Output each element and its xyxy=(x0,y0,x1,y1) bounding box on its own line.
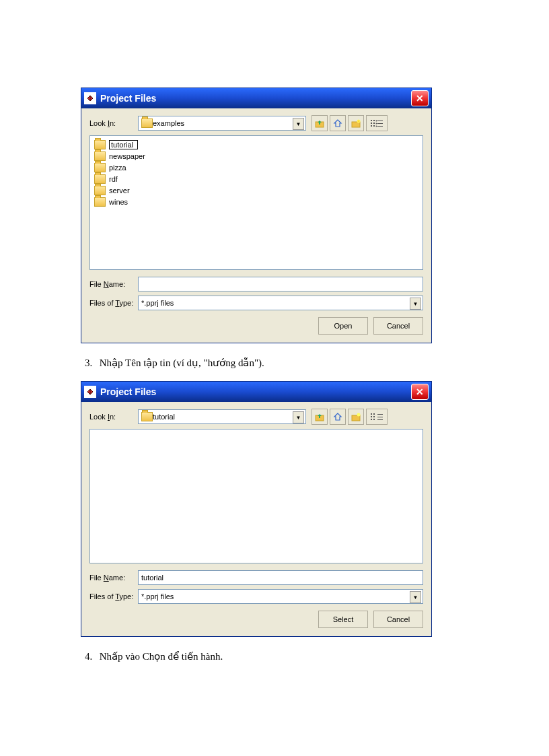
folder-icon xyxy=(94,174,106,184)
svg-rect-21 xyxy=(373,413,375,415)
home-button[interactable] xyxy=(330,115,346,131)
new-folder-button[interactable] xyxy=(348,409,364,425)
svg-rect-9 xyxy=(377,121,383,121)
svg-rect-25 xyxy=(377,417,383,417)
chevron-down-icon[interactable]: ▼ xyxy=(293,411,304,423)
instruction-step-3: 3. Nhập Tên tập tin (ví dụ, "hướng dẫn")… xyxy=(85,357,458,369)
lookin-label: Look In: xyxy=(89,413,138,421)
window-title: Project Files xyxy=(100,93,156,104)
filetype-label: Files of Type: xyxy=(89,299,138,307)
chevron-down-icon[interactable]: ▼ xyxy=(410,591,421,603)
filetype-label: Files of Type: xyxy=(89,592,138,600)
svg-rect-18 xyxy=(371,413,372,415)
list-item[interactable]: tutorial xyxy=(93,139,420,150)
svg-rect-8 xyxy=(373,125,375,127)
folder-icon xyxy=(94,163,106,172)
step-text: Nhập Tên tập tin (ví dụ, "hướng dẫn"). xyxy=(100,357,264,368)
filetype-combo[interactable]: *.pprj files ▼ xyxy=(138,296,423,310)
file-name: rdf xyxy=(109,175,118,183)
chevron-down-icon[interactable]: ▼ xyxy=(293,118,304,130)
folder-icon xyxy=(94,140,106,149)
svg-rect-19 xyxy=(371,416,372,417)
svg-rect-22 xyxy=(373,416,375,417)
step-number: 4. xyxy=(85,651,97,662)
filetype-value: *.pprj files xyxy=(141,299,174,307)
list-item[interactable]: rdf xyxy=(93,173,420,184)
app-icon xyxy=(84,92,96,104)
chevron-down-icon[interactable]: ▼ xyxy=(410,298,421,310)
filename-value: tutorial xyxy=(141,574,163,582)
instruction-step-4: 4. Nhấp vào Chọn để tiến hành. xyxy=(85,650,458,662)
step-number: 3. xyxy=(85,357,97,369)
step-text: Nhấp vào Chọn để tiến hành. xyxy=(100,651,223,662)
app-icon xyxy=(84,386,96,398)
lookin-value: examples xyxy=(153,119,184,127)
filetype-combo[interactable]: *.pprj files ▼ xyxy=(138,589,423,604)
close-icon[interactable]: ✕ xyxy=(411,90,429,106)
filename-label: File Name: xyxy=(89,280,138,288)
svg-point-12 xyxy=(376,121,377,122)
folder-icon xyxy=(94,151,106,161)
filename-input[interactable] xyxy=(138,277,423,291)
svg-rect-11 xyxy=(377,126,383,127)
svg-point-14 xyxy=(376,126,377,127)
up-folder-button[interactable] xyxy=(312,115,328,131)
select-button[interactable]: Select xyxy=(318,611,368,628)
list-item[interactable]: wines xyxy=(93,196,420,207)
list-item[interactable]: newspaper xyxy=(93,150,420,162)
filename-label: File Name: xyxy=(89,574,138,582)
lookin-combo[interactable]: examples ▼ xyxy=(138,116,306,131)
file-name: server xyxy=(109,186,130,195)
lookin-value: tutorial xyxy=(153,413,175,421)
lookin-combo[interactable]: tutorial ▼ xyxy=(138,409,306,424)
file-name: pizza xyxy=(109,164,126,172)
file-name: newspaper xyxy=(109,152,145,160)
svg-rect-7 xyxy=(373,123,375,124)
file-list[interactable] xyxy=(89,429,423,563)
svg-rect-5 xyxy=(371,125,372,127)
folder-icon xyxy=(141,412,153,421)
toolbar xyxy=(312,409,388,425)
home-button[interactable] xyxy=(330,409,346,425)
list-view-button[interactable] xyxy=(366,115,388,131)
svg-point-13 xyxy=(376,123,377,125)
list-item[interactable]: server xyxy=(93,184,420,196)
svg-rect-26 xyxy=(377,419,383,420)
new-folder-button[interactable] xyxy=(348,115,364,131)
file-name: wines xyxy=(109,198,128,206)
folder-icon xyxy=(141,118,153,128)
svg-rect-10 xyxy=(377,123,383,124)
filetype-value: *.pprj files xyxy=(141,592,174,600)
file-dialog-2: Project Files ✕ Look In: tutorial ▼ xyxy=(81,381,432,637)
lookin-label: Look In: xyxy=(89,119,138,127)
titlebar[interactable]: Project Files ✕ xyxy=(81,88,431,108)
folder-icon xyxy=(94,197,106,207)
titlebar[interactable]: Project Files ✕ xyxy=(81,382,431,402)
cancel-button[interactable]: Cancel xyxy=(373,317,423,335)
filename-input[interactable]: tutorial xyxy=(138,570,423,585)
close-icon[interactable]: ✕ xyxy=(411,384,429,400)
svg-rect-3 xyxy=(371,120,372,121)
svg-rect-23 xyxy=(373,419,375,420)
window-title: Project Files xyxy=(100,386,156,397)
svg-rect-4 xyxy=(371,123,372,124)
svg-rect-6 xyxy=(373,120,375,121)
up-folder-button[interactable] xyxy=(312,409,328,425)
file-list[interactable]: tutorial newspaper pizza rdf server xyxy=(89,135,423,270)
file-dialog-1: Project Files ✕ Look In: examples ▼ xyxy=(81,88,432,343)
list-view-button[interactable] xyxy=(366,409,388,425)
toolbar xyxy=(312,115,388,131)
list-item[interactable]: pizza xyxy=(93,162,420,173)
svg-rect-20 xyxy=(371,419,372,420)
svg-point-17 xyxy=(357,413,361,417)
cancel-button[interactable]: Cancel xyxy=(373,611,423,628)
folder-icon xyxy=(94,186,106,195)
file-name-editing[interactable]: tutorial xyxy=(109,140,138,149)
open-button[interactable]: Open xyxy=(318,317,368,335)
svg-rect-24 xyxy=(377,414,383,415)
